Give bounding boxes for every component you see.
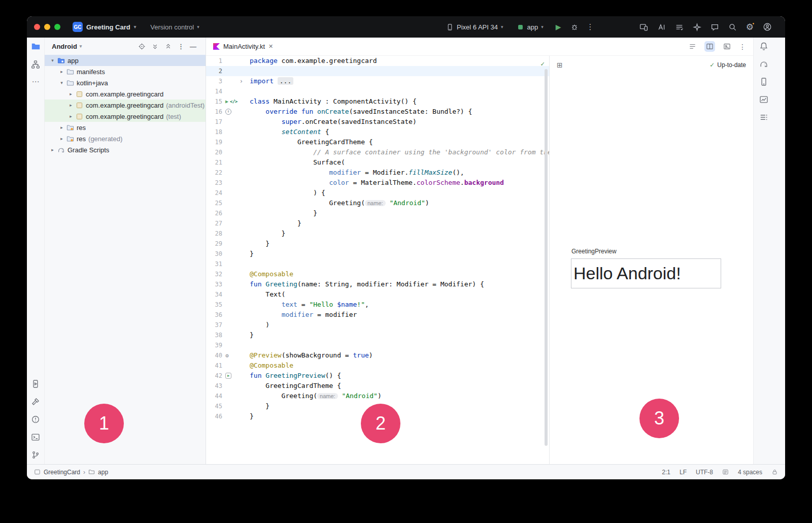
run-button[interactable]: ▶ xyxy=(556,23,561,31)
chevron-right-icon[interactable]: ▸ xyxy=(58,125,65,130)
design-view-toggle[interactable] xyxy=(722,41,732,52)
chevron-right-icon[interactable]: ▸ xyxy=(58,69,65,74)
device-manager-icon[interactable] xyxy=(759,77,768,86)
close-window-button[interactable] xyxy=(34,24,40,30)
line-number[interactable]: 18 xyxy=(206,127,222,137)
line-number[interactable]: 17 xyxy=(206,117,222,127)
code-line-24[interactable]: 24 ) { xyxy=(206,188,549,198)
line-number[interactable]: 14 xyxy=(206,86,222,96)
code-line-25[interactable]: 25 Greeting(name: "Android") xyxy=(206,198,549,208)
line-number[interactable]: 24 xyxy=(206,188,222,198)
project-tool-window-icon[interactable] xyxy=(31,42,41,51)
file-encoding[interactable]: UTF-8 xyxy=(696,469,713,476)
line-number[interactable]: 22 xyxy=(206,168,222,178)
line-number[interactable]: 27 xyxy=(206,218,222,228)
code-line-2[interactable]: 2 xyxy=(206,66,549,76)
line-number[interactable]: 41 xyxy=(206,361,222,371)
inspection-ok-icon[interactable]: ✓ xyxy=(540,59,545,69)
code-line-44[interactable]: 44 Greeting(name: "Android") xyxy=(206,391,549,401)
gemini-chat-icon[interactable] xyxy=(710,23,719,31)
run-class-gutter-icon[interactable]: ▶ xyxy=(225,99,228,104)
code-line-17[interactable]: 17 super.onCreate(savedInstanceState) xyxy=(206,117,549,127)
line-number[interactable]: 31 xyxy=(206,259,222,269)
line-number[interactable]: 25 xyxy=(206,198,222,208)
code-line-1[interactable]: 1package com.example.greetingcard xyxy=(206,56,549,66)
code-line-21[interactable]: 21 Surface( xyxy=(206,157,549,168)
running-devices-icon[interactable] xyxy=(31,379,40,388)
code-line-26[interactable]: 26 } xyxy=(206,208,549,218)
code-line-20[interactable]: 20 // A surface container using the 'bac… xyxy=(206,147,549,157)
line-number[interactable]: 15 xyxy=(206,96,222,107)
code-line-14[interactable]: 14 xyxy=(206,86,549,96)
tree-item-res-generated[interactable]: ▸res(generated) xyxy=(45,133,206,144)
problems-icon[interactable] xyxy=(31,415,40,424)
line-number[interactable]: 38 xyxy=(206,330,222,340)
notifications-bell-icon[interactable] xyxy=(759,42,768,51)
caret-position[interactable]: 2:1 xyxy=(662,469,670,476)
line-number[interactable]: 19 xyxy=(206,137,222,147)
tree-item-gradle-scripts[interactable]: ▸Gradle Scripts xyxy=(45,144,206,155)
line-number[interactable]: 30 xyxy=(206,249,222,259)
device-selector[interactable]: Pixel 6 API 34 ▾ xyxy=(446,23,503,31)
line-number[interactable]: 23 xyxy=(206,178,222,188)
run-config-selector[interactable]: app ▾ xyxy=(517,23,543,31)
compose-gutter-icon[interactable]: </> xyxy=(230,100,238,104)
tree-item-manifests[interactable]: ▸manifests xyxy=(45,66,206,77)
code-line-27[interactable]: 27 } xyxy=(206,218,549,228)
device-mirroring-icon[interactable] xyxy=(639,23,648,31)
indent-icon[interactable] xyxy=(722,469,729,475)
line-number[interactable]: 34 xyxy=(206,289,222,300)
code-line-30[interactable]: 30} xyxy=(206,249,549,259)
chevron-down-icon[interactable]: ▾ xyxy=(49,58,56,63)
code-line-41[interactable]: 41@Composable xyxy=(206,361,549,371)
ai-assistant-icon[interactable] xyxy=(693,23,701,31)
line-number[interactable]: 39 xyxy=(206,340,222,350)
run-preview-gutter-icon[interactable]: ▶ xyxy=(225,373,231,379)
code-line-37[interactable]: 37 ) xyxy=(206,320,549,330)
hide-panel-icon[interactable]: — xyxy=(190,43,196,50)
line-number[interactable]: 36 xyxy=(206,310,222,320)
code-line-40[interactable]: 40⚙@Preview(showBackground = true) xyxy=(206,350,549,361)
code-line-31[interactable]: 31 xyxy=(206,259,549,269)
tree-item-com-example-greetingcard[interactable]: ▸com.example.greetingcard xyxy=(45,88,206,100)
line-number[interactable]: 46 xyxy=(206,411,222,421)
locate-file-icon[interactable] xyxy=(138,43,146,50)
line-number[interactable]: 33 xyxy=(206,279,222,289)
code-line-35[interactable]: 35 text = "Hello $name!", xyxy=(206,300,549,310)
editor-scrollbar[interactable] xyxy=(545,69,548,446)
line-number[interactable]: 3 xyxy=(206,76,222,86)
code-line-43[interactable]: 43 GreetingCardTheme { xyxy=(206,381,549,391)
terminal-icon[interactable] xyxy=(31,433,40,442)
structure-icon[interactable] xyxy=(31,60,40,69)
code-view-toggle[interactable] xyxy=(687,41,698,52)
code-editor[interactable]: 1package com.example.greetingcard23›impo… xyxy=(206,56,549,464)
chevron-right-icon[interactable]: ▸ xyxy=(67,103,75,108)
line-number[interactable]: 28 xyxy=(206,228,222,239)
chevron-right-icon[interactable]: ▸ xyxy=(67,91,75,96)
line-number[interactable]: 37 xyxy=(206,320,222,330)
code-line-29[interactable]: 29 } xyxy=(206,239,549,249)
line-number[interactable]: 32 xyxy=(206,269,222,279)
tree-item-com-example-greetingcard-androidtest[interactable]: ▸com.example.greetingcard(androidTest) xyxy=(45,100,206,111)
overrides-method-gutter-icon[interactable]: ↑ xyxy=(225,109,231,115)
code-line-34[interactable]: 34 Text( xyxy=(206,289,549,300)
line-number[interactable]: 45 xyxy=(206,401,222,411)
preview-render[interactable]: Hello Android! xyxy=(571,258,721,288)
line-number[interactable]: 20 xyxy=(206,147,222,157)
options-kebab-icon[interactable]: ⋮ xyxy=(178,43,184,50)
close-tab-icon[interactable]: ✕ xyxy=(268,43,273,50)
build-icon[interactable] xyxy=(31,397,40,406)
tree-item-kotlin-java[interactable]: ▾kotlin+java xyxy=(45,77,206,88)
version-control-icon[interactable] xyxy=(31,450,40,460)
code-line-16[interactable]: 16↑ override fun onCreate(savedInstanceS… xyxy=(206,107,549,117)
code-line-42[interactable]: 42▶fun GreetingPreview() { xyxy=(206,371,549,381)
collapse-all-icon[interactable] xyxy=(164,43,172,50)
settings-icon[interactable]: ⚙ xyxy=(746,23,754,31)
line-number[interactable]: 29 xyxy=(206,239,222,249)
tree-item-app[interactable]: ▾app xyxy=(45,55,206,66)
line-number[interactable]: 42 xyxy=(206,371,222,381)
project-view-selector[interactable]: Android xyxy=(52,43,77,50)
code-line-32[interactable]: 32@Composable xyxy=(206,269,549,279)
code-line-19[interactable]: 19 GreetingCardTheme { xyxy=(206,137,549,147)
lock-icon[interactable] xyxy=(771,469,778,475)
